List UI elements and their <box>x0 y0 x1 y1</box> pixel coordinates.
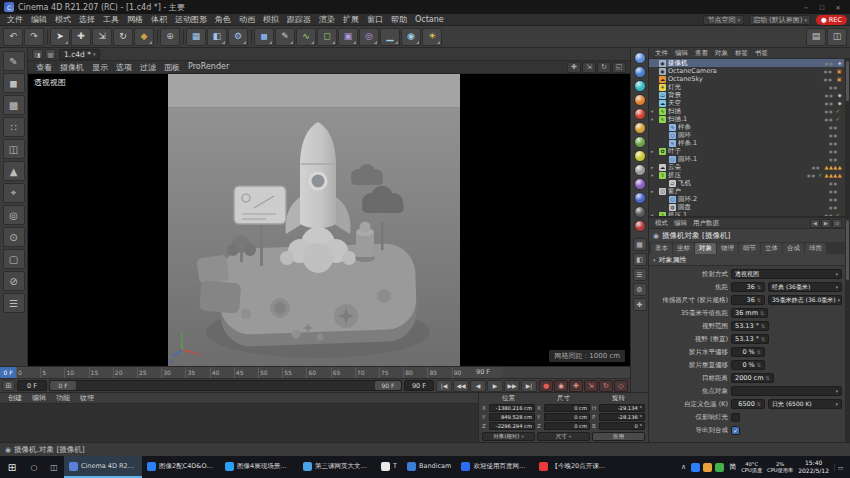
viewport-menu-item[interactable]: 摄像机 <box>56 62 88 73</box>
object-manager-menu[interactable]: 标签 <box>732 49 751 58</box>
visibility-dots-icon[interactable]: ●● <box>825 93 834 98</box>
key-scale-button[interactable]: ⇲ <box>584 380 598 392</box>
taskbar-task[interactable]: Bandicam <box>402 456 456 478</box>
property-value-field[interactable]: 36 <box>731 282 765 292</box>
visibility-dots-icon[interactable]: ●● <box>824 77 833 82</box>
property-select[interactable] <box>731 386 842 396</box>
expand-arrow-icon[interactable]: ▾ <box>651 173 657 178</box>
menu-item[interactable]: 动画 <box>235 14 259 25</box>
menu-item[interactable]: 帮助 <box>387 14 411 25</box>
material-sphere-12[interactable] <box>634 206 646 218</box>
subdivision-surface-menu[interactable]: ◻ <box>317 28 337 46</box>
range-end-field[interactable]: 90 F <box>404 380 434 391</box>
visibility-dots-icon[interactable]: ●● <box>829 133 838 138</box>
menu-item[interactable]: 选择 <box>75 14 99 25</box>
enabled-check-icon[interactable]: ✓ <box>835 108 840 114</box>
taskbar-task[interactable]: Cinema 4D R21.2... <box>64 456 142 478</box>
material-sphere-8[interactable] <box>634 150 646 162</box>
attribute-menu[interactable]: 编辑 <box>671 219 690 228</box>
object-name[interactable]: 挤压.1 <box>668 211 822 217</box>
material-sphere-11[interactable] <box>634 192 646 204</box>
taskbar-task[interactable]: 图像2配C4D&OC完... <box>142 456 220 478</box>
material-list-empty[interactable] <box>0 404 478 442</box>
menu-item[interactable]: 渲染 <box>315 14 339 25</box>
minimize-button[interactable]: ─ <box>798 1 814 13</box>
play-button[interactable]: ▶ <box>487 380 503 392</box>
apply-button[interactable]: 应用 <box>592 432 645 441</box>
viewport-menu-item[interactable]: 显示 <box>88 62 112 73</box>
material-menu[interactable]: 创建 <box>4 393 26 403</box>
octane-render-region-button[interactable]: ◧ <box>633 253 647 266</box>
search-icon[interactable]: ○ <box>24 456 44 478</box>
material-sphere-2[interactable] <box>634 66 646 78</box>
material-sphere-13[interactable] <box>634 220 646 232</box>
octane-add-button[interactable]: ✚ <box>633 298 647 311</box>
size-field[interactable]: 0 cm <box>544 404 590 412</box>
section-object-properties[interactable]: 对象属性 <box>649 254 845 266</box>
separator[interactable] <box>181 28 185 46</box>
property-checkbox[interactable] <box>731 426 740 435</box>
coordinate-system-toggle[interactable]: ⊕ <box>160 28 180 46</box>
workplane-button[interactable]: ▢ <box>3 249 25 269</box>
viewport-label[interactable]: 透视视图 <box>34 77 66 88</box>
visibility-dots-icon[interactable]: ●● <box>829 205 838 210</box>
polygons-mode-button[interactable]: ▲ <box>3 161 25 181</box>
taskbar-task[interactable]: 图像4展现场景作业... <box>220 456 298 478</box>
attribute-tab[interactable]: 物理 <box>717 243 738 254</box>
taskbar-task[interactable]: 欢迎使用百度网盘网... <box>456 456 534 478</box>
menu-item[interactable]: 运动图形 <box>171 14 211 25</box>
attr-lock-icon[interactable]: ⊙ <box>832 219 842 228</box>
menu-item[interactable]: 扩展 <box>339 14 363 25</box>
pen-spline-menu[interactable]: ✎ <box>275 28 295 46</box>
add-cube-menu[interactable]: ◼ <box>254 28 274 46</box>
move-tool[interactable]: ✚ <box>71 28 91 46</box>
property-value-field[interactable]: 0 % <box>731 347 765 357</box>
object-tags-icon[interactable]: ▣ <box>837 76 842 82</box>
visibility-dots-icon[interactable]: ●● <box>829 189 838 194</box>
snapping-button[interactable]: ⊙ <box>3 227 25 247</box>
start-button[interactable]: ⊞ <box>0 456 24 478</box>
property-value-field[interactable]: 2000 cm <box>731 373 774 383</box>
layout-split-toggle[interactable]: ◫ <box>827 28 847 46</box>
render-region[interactable]: x y z <box>168 74 460 366</box>
visibility-dots-icon[interactable]: ●● <box>824 117 833 122</box>
menu-item[interactable]: 模式 <box>51 14 75 25</box>
separator[interactable] <box>45 28 49 46</box>
tray-netdisk-icon[interactable] <box>691 463 700 472</box>
points-mode-button[interactable]: ∷ <box>3 117 25 137</box>
taskbar-clock[interactable]: 15:40 2022/5/12 <box>798 459 829 475</box>
separator[interactable] <box>155 28 159 46</box>
timeline-options-icon[interactable]: ⊞ <box>2 380 15 391</box>
lock-workplane-button[interactable]: ⊘ <box>3 271 25 291</box>
texture-mode-button[interactable]: ▩ <box>3 95 25 115</box>
material-menu[interactable]: 编辑 <box>28 393 50 403</box>
live-selection-tool[interactable]: ➤ <box>50 28 70 46</box>
range-slider-start-handle[interactable]: 0 F <box>50 381 76 390</box>
range-slider-end-handle[interactable]: 90 F <box>375 381 401 390</box>
material-sphere-4[interactable] <box>634 94 646 106</box>
menu-item[interactable]: 工具 <box>99 14 123 25</box>
object-manager-menu[interactable]: 编辑 <box>672 49 691 58</box>
menu-item[interactable]: 编辑 <box>27 14 51 25</box>
position-field[interactable]: -2296.294 cm <box>489 422 535 430</box>
viewport-menu-item[interactable]: 选项 <box>112 62 136 73</box>
property-value-field[interactable]: 36 <box>731 295 765 305</box>
property-select[interactable]: 35毫米静态 (36.0毫米) <box>768 295 842 305</box>
expand-arrow-icon[interactable]: ▸ <box>651 165 657 170</box>
key-position-button[interactable]: ✚ <box>569 380 583 392</box>
menu-item[interactable]: 窗口 <box>363 14 387 25</box>
visibility-dots-icon[interactable]: ●● <box>829 125 838 130</box>
attribute-tab[interactable]: 对象 <box>695 243 716 254</box>
render-settings-button[interactable]: ⚙ <box>228 28 248 46</box>
previous-frame-button[interactable]: ◀ <box>470 380 486 392</box>
octane-liveviewer-button[interactable]: ▦ <box>633 238 647 251</box>
environment-menu[interactable]: ▁ <box>380 28 400 46</box>
object-row[interactable]: ◉ OctaneCamera ●● ▣ <box>649 67 844 75</box>
material-sphere-9[interactable] <box>634 164 646 176</box>
visibility-dots-icon[interactable]: ●● <box>812 165 821 170</box>
object-row[interactable]: ◉ 摄像机 ●● ◈ <box>649 59 844 67</box>
attribute-tab[interactable]: 基本 <box>651 243 672 254</box>
visibility-dots-icon[interactable]: ●● <box>824 69 833 74</box>
viewport-solo-button[interactable]: ◎ <box>3 205 25 225</box>
attribute-tab[interactable]: 球面 <box>805 243 826 254</box>
